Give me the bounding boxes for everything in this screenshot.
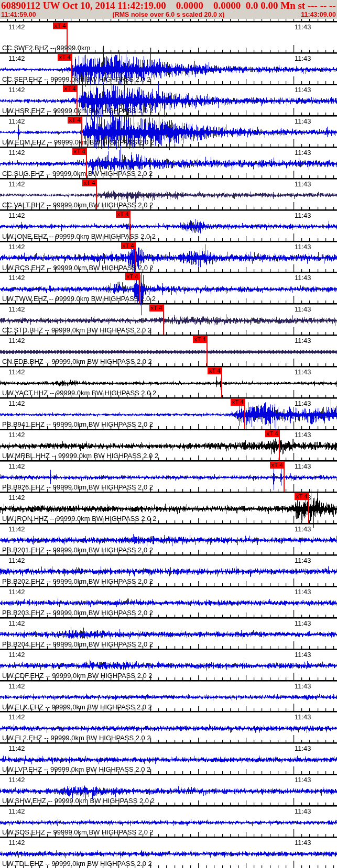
time-label-right: 11:43 (295, 619, 311, 627)
trace-panel[interactable]: 11:4211:43CC.VALT.BHZ -- 99999.0km BW HI… (0, 178, 337, 209)
station-label: CC.SEP.EHZ -- 99999.0km BW HIGHPASS 2.0 … (2, 75, 150, 83)
time-label-right: 11:43 (295, 744, 311, 752)
station-label: UW.ELK.EHZ -- 99999.0km BW HIGHPASS 2.0 … (2, 703, 152, 711)
pick-marker[interactable]: xT 4 (125, 273, 139, 280)
time-label-right: 11:43 (295, 305, 311, 313)
time-label-left: 11:42 (8, 431, 25, 439)
pick-marker[interactable]: xT 4 (53, 23, 67, 29)
station-label: UW.SHW.EHZ -- 99999.0km BW HIGHPASS 2.0 … (2, 797, 155, 805)
trace-panel[interactable]: 11:4211:43UW.EDM.EHZ -- 99999.0km BW HIG… (0, 115, 337, 147)
station-label: CC.STD.BHZ -- 99999.0km BW HIGHPASS 2.0 … (2, 326, 151, 334)
time-label-right: 11:43 (295, 23, 311, 31)
time-label-left: 11:42 (8, 23, 25, 31)
trace-panel[interactable]: 11:4211:43CC.STD.BHZ -- 99999.0km BW HIG… (0, 303, 337, 335)
trace-panel[interactable]: 11:4211:43CC.SUG.EHZ -- 99999.0km BW HIG… (0, 147, 337, 178)
time-label-left: 11:42 (8, 807, 25, 815)
time-label-left: 11:42 (8, 337, 25, 344)
time-label-right: 11:43 (295, 525, 311, 533)
trace-panel[interactable]: 11:4211:43PB.B202.EHZ -- 99999.0km BW HI… (0, 554, 337, 586)
trace-panel[interactable]: 11:4211:43UW.CDF.EHZ -- 99999.0km BW HIG… (0, 649, 337, 680)
trace-panel[interactable]: 11:4211:43PB.B941.EHZ -- 99999.0km BW HI… (0, 397, 337, 429)
time-label-right: 11:43 (295, 54, 311, 62)
time-label-right: 11:43 (295, 557, 311, 564)
trace-panel[interactable]: 11:4211:43CN.EDB.BHZ -- 99999.0km BW HIG… (0, 335, 337, 366)
station-label: UW.TWW.EHZ -- 99999.0km BW HIGHPASS 2.0 … (2, 295, 156, 303)
time-label-left: 11:42 (8, 713, 25, 721)
event-summary-line: 60890112 UW Oct 10, 2014 11:42:19.00 0.0… (1, 0, 337, 12)
station-label: UW.EDM.EHZ -- 99999.0km BW HIGHPASS 2.0 … (2, 138, 154, 146)
pick-marker[interactable]: xT 4 (82, 180, 96, 186)
time-label-left: 11:42 (8, 368, 25, 376)
time-label-right: 11:43 (295, 713, 311, 721)
header-subrow: 11:41:59.00 (RMS noise over 6.0 s scaled… (0, 11, 337, 19)
time-label-left: 11:42 (8, 776, 25, 784)
time-label-left: 11:42 (8, 305, 25, 313)
trace-panel[interactable]: 11:4211:43PB.B203.EHZ -- 99999.0km BW HI… (0, 586, 337, 617)
trace-panel[interactable]: 11:4211:43PB.B204.EHZ -- 99999.0km BW HI… (0, 617, 337, 649)
time-label-right: 11:43 (295, 212, 311, 219)
time-label-right: 11:43 (295, 807, 311, 815)
trace-panel[interactable]: 11:4211:43UW.HSR.EHZ -- 99999.0km BW HIG… (0, 84, 337, 115)
time-label-right: 11:43 (295, 86, 311, 94)
time-label-left: 11:42 (8, 180, 25, 188)
trace-panel[interactable]: 11:4211:43CC.SEP.EHZ -- 99999.0km BW HIG… (0, 52, 337, 84)
pick-marker[interactable]: xT 4 (265, 430, 279, 437)
trace-panel[interactable]: 11:4211:43PB.B926.EHZ -- 99999.0km BW HI… (0, 460, 337, 492)
trace-panel[interactable]: 11:4211:43UW.IONE.EHZ -- 99999.0km BW HI… (0, 209, 337, 241)
time-label-right: 11:43 (295, 776, 311, 784)
station-label: UW.IONE.EHZ -- 99999.0km BW HIGHPASS 2.0… (2, 232, 156, 240)
station-label: CC.SUG.EHZ -- 99999.0km BW HIGHPASS 2.0 … (2, 170, 153, 177)
trace-panel[interactable]: 11:4211:43UW.LVP.EHZ -- 99999.0km BW HIG… (0, 742, 337, 774)
pick-marker[interactable]: xT 4 (63, 85, 77, 92)
time-label-right: 11:43 (295, 117, 311, 125)
pick-marker[interactable]: xT 4 (193, 336, 207, 343)
time-label-left: 11:42 (8, 651, 25, 659)
pick-marker[interactable]: xT 4 (149, 305, 164, 311)
time-label-left: 11:42 (8, 839, 25, 847)
time-label-right: 11:43 (295, 839, 311, 847)
time-label-right: 11:43 (295, 682, 311, 690)
time-label-left: 11:42 (8, 557, 25, 564)
pick-marker[interactable]: xT 4 (58, 54, 72, 61)
time-label-right: 11:43 (295, 368, 311, 376)
pick-marker[interactable]: xT 4 (68, 117, 82, 124)
station-label: UW.LVP.EHZ -- 99999.0km BW HIGHPASS 2.0 … (2, 765, 150, 773)
time-label-left: 11:42 (8, 682, 25, 690)
trace-panel[interactable]: 11:4211:43UW.SHW.EHZ -- 99999.0km BW HIG… (0, 774, 337, 805)
station-label: PB.B204.EHZ -- 99999.0km BW HIGHPASS 2.0… (2, 640, 153, 648)
time-label-left: 11:42 (8, 462, 25, 470)
trace-panel[interactable]: 11:4211:43UW.ELK.EHZ -- 99999.0km BW HIG… (0, 680, 337, 711)
pick-marker[interactable]: xT 4 (231, 399, 245, 406)
trace-panel[interactable]: 11:4211:43UW.MRBL.HHZ -- 99999.0km BW HI… (0, 429, 337, 460)
trace-panel[interactable]: 11:4211:43UW.SOS.EHZ -- 99999.0km BW HIG… (0, 805, 337, 837)
time-label-left: 11:42 (8, 399, 25, 407)
trace-panel[interactable]: 11:4211:43UW.YACT.HHZ -- 99999.0km BW HI… (0, 366, 337, 397)
time-label-right: 11:43 (295, 337, 311, 344)
station-label: CC.SWF2.BHZ -- 99999.0km (2, 44, 90, 52)
time-label-right: 11:43 (295, 462, 311, 470)
trace-panel[interactable]: 11:4211:43UW.TWW.EHZ -- 99999.0km BW HIG… (0, 272, 337, 303)
trace-panel[interactable]: 11:4211:43UW.IRON.HHZ -- 99999.0km BW HI… (0, 492, 337, 523)
trace-panel[interactable]: 11:4211:43CC.SWF2.BHZ -- 99999.0kmxT 4 (0, 21, 337, 52)
station-label: PB.B926.EHZ -- 99999.0km BW HIGHPASS 2.0… (2, 483, 153, 491)
time-label-left: 11:42 (8, 54, 25, 62)
trace-panel[interactable]: 11:4211:43UW.RCS.EHZ -- 99999.0km BW HIG… (0, 241, 337, 272)
time-label-left: 11:42 (8, 744, 25, 752)
station-label: UW.HSR.EHZ -- 99999.0km BW HIGHPASS 2.0 … (2, 107, 154, 115)
event-header: 60890112 UW Oct 10, 2014 11:42:19.00 0.0… (0, 0, 337, 19)
pick-marker[interactable]: xT 4 (72, 148, 86, 155)
station-label: CN.EDB.BHZ -- 99999.0km BW HIGHPASS 2.0 … (2, 358, 152, 365)
trace-panel[interactable]: 11:4211:43UW.FL2.EHZ -- 99999.0km BW HIG… (0, 711, 337, 742)
trace-panel[interactable]: 11:4211:43UW.TDL.EHZ -- 99999.0km BW HIG… (0, 837, 337, 868)
time-label-left: 11:42 (8, 149, 25, 157)
trace-panel[interactable]: 11:4211:43PB.B201.EHZ -- 99999.0km BW HI… (0, 523, 337, 554)
time-label-right: 11:43 (295, 399, 311, 407)
pick-marker[interactable]: xT 4 (295, 493, 309, 500)
pick-marker[interactable]: xT 4 (208, 368, 222, 374)
pick-marker[interactable]: xT 4 (121, 242, 135, 249)
station-label: UW.TDL.EHZ -- 99999.0km BW HIGHPASS 2.0 … (2, 860, 152, 867)
station-label: PB.B202.EHZ -- 99999.0km BW HIGHPASS 2.0… (2, 577, 153, 585)
pick-marker[interactable]: xT 4 (270, 462, 284, 469)
pick-marker[interactable]: xT 4 (116, 211, 130, 218)
time-label-right: 11:43 (295, 180, 311, 188)
